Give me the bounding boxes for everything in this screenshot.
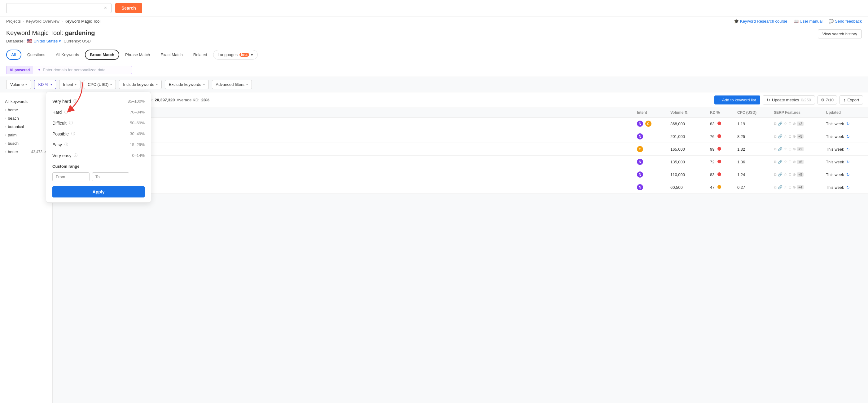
breadcrumb-projects[interactable]: Projects: [6, 19, 21, 24]
table-row: ⊕ callaway gardens » N 60,500 47 0.27 ⧉ …: [53, 181, 868, 194]
sidebar-item-all[interactable]: All keywords: [0, 97, 52, 106]
cpc-filter[interactable]: CPC (USD) ▾: [84, 80, 116, 89]
update-metrics-button[interactable]: ↻ Update metrics 0/250: [763, 95, 815, 105]
intent-cell: N C: [637, 121, 668, 127]
intent-badge-n: N: [637, 184, 643, 190]
refresh-icon[interactable]: ↻: [846, 160, 850, 164]
languages-dropdown[interactable]: Languages beta ▾: [213, 50, 258, 59]
tab-questions[interactable]: Questions: [23, 50, 50, 59]
view-history-button[interactable]: View search history: [818, 29, 862, 38]
kd-option-easy[interactable]: Easy ⓘ 15–29%: [46, 139, 151, 150]
updated-cell: This week ↻: [826, 121, 863, 126]
refresh-icon[interactable]: ↻: [846, 121, 850, 126]
updated-cell: This week ↻: [826, 134, 863, 139]
serp-icon-3: ☆: [784, 147, 787, 151]
exclude-keywords-filter[interactable]: Exclude keywords ▾: [165, 80, 209, 89]
kd-option-possible[interactable]: Possible ⓘ 30–49%: [46, 128, 151, 139]
refresh-icon[interactable]: ↻: [846, 185, 850, 190]
serp-icon-3: ☆: [784, 121, 787, 126]
kd-indicator: [717, 134, 721, 138]
volume-cell: 368,000: [670, 121, 708, 126]
tab-broad-match[interactable]: Broad Match: [85, 50, 119, 60]
advanced-filters[interactable]: Advanced filters ▾: [212, 80, 252, 89]
kd-indicator: [717, 172, 721, 176]
serp-icon-3: ☆: [784, 134, 787, 139]
intent-badge-c: C: [645, 121, 651, 127]
refresh-icon: ↻: [767, 98, 770, 102]
chevron-down-icon: ▾: [25, 83, 27, 86]
kd-apply-button[interactable]: Apply: [52, 186, 145, 198]
serp-icon-4: ⊡: [788, 121, 792, 126]
kd-indicator: [717, 185, 721, 189]
volume-filter[interactable]: Volume ▾: [6, 80, 31, 89]
include-keywords-filter[interactable]: Include keywords ▾: [119, 80, 161, 89]
kd-to-input[interactable]: [92, 172, 129, 181]
breadcrumb-keyword-overview[interactable]: Keyword Overview: [26, 19, 59, 24]
sidebar-item-busch[interactable]: › busch: [0, 139, 52, 148]
info-icon: ⓘ: [64, 109, 68, 115]
col-volume[interactable]: Volume ⇅: [670, 110, 708, 115]
keyword-cell: ⊕ botanical gardens »: [70, 147, 634, 152]
serp-icon-4: ⊡: [788, 134, 792, 139]
serp-icon-2: 🔗: [778, 134, 782, 139]
col-kd: KD %: [710, 110, 735, 115]
serp-icon-2: 🔗: [778, 172, 782, 177]
kd-option-very-easy[interactable]: Very easy ⓘ 0–14%: [46, 150, 151, 161]
stats-actions: + Add to keyword list ↻ Update metrics 0…: [714, 95, 863, 105]
tab-related[interactable]: Related: [189, 50, 212, 59]
intent-filter[interactable]: Intent ▾: [59, 80, 81, 89]
kd-cell: 47: [710, 185, 735, 190]
clear-icon[interactable]: ×: [104, 5, 107, 11]
kd-filter[interactable]: KD % ▾: [34, 80, 56, 89]
refresh-icon[interactable]: ↻: [846, 172, 850, 177]
top-links: 🎓 Keyword Research course 📖 User manual …: [734, 19, 862, 24]
serp-icon-5: ⊕: [793, 172, 796, 177]
kd-option-hard[interactable]: Hard ⓘ 70–84%: [46, 107, 151, 117]
table-row: ⊕ longwood gardens » N 201,000 76 8.25 ⧉…: [53, 130, 868, 143]
ai-bar: AI-powered ✦ Enter domain for personaliz…: [0, 63, 868, 77]
sidebar-item-palm[interactable]: › palm: [0, 131, 52, 139]
search-button[interactable]: Search: [115, 3, 142, 13]
ai-domain-input[interactable]: ✦ Enter domain for personalized data: [33, 66, 132, 74]
serp-icon-1: ⧉: [774, 121, 777, 126]
keyword-research-course-link[interactable]: 🎓 Keyword Research course: [734, 19, 787, 24]
user-manual-link[interactable]: 📖 User manual: [794, 19, 823, 24]
serp-icon-2: 🔗: [778, 121, 782, 126]
intent-badge-n: N: [637, 121, 643, 127]
send-feedback-link[interactable]: 💬 Send feedback: [829, 19, 862, 24]
database-selector[interactable]: 🇺🇸 United States ▾: [27, 38, 61, 44]
kd-cell: 83: [710, 121, 735, 126]
custom-range-inputs: [46, 171, 151, 183]
search-input-wrapper: gardening ×: [6, 3, 112, 13]
sidebar-item-botanical[interactable]: › botanical: [0, 122, 52, 131]
kd-from-input[interactable]: [52, 172, 90, 181]
custom-range-header: Custom range: [46, 161, 151, 171]
export-icon: ↑: [843, 98, 846, 102]
breadcrumb: Projects › Keyword Overview › Keyword Ma…: [6, 19, 100, 24]
table-header: Keyword Intent Volume ⇅ KD % CPC (USD) S…: [53, 108, 868, 117]
kd-option-very-hard[interactable]: Very hard ⓘ 85–100%: [46, 96, 151, 107]
chevron-down-icon: ▾: [156, 83, 158, 86]
serp-icon-4: ⊡: [788, 147, 792, 151]
export-button[interactable]: ↑ Export: [839, 95, 863, 105]
refresh-icon[interactable]: ↻: [846, 134, 850, 139]
serp-icon-3: ☆: [784, 185, 787, 190]
kd-option-difficult[interactable]: Difficult ⓘ 50–69%: [46, 117, 151, 128]
tab-exact-match[interactable]: Exact Match: [156, 50, 187, 59]
sidebar-item-better[interactable]: › better 43,473 👁: [0, 148, 52, 156]
search-input[interactable]: gardening: [9, 6, 104, 10]
sidebar-item-beach[interactable]: › beach: [0, 114, 52, 122]
add-to-keyword-list-button[interactable]: + Add to keyword list: [714, 95, 760, 105]
tab-all[interactable]: All: [6, 50, 21, 60]
sidebar-item-home[interactable]: › home: [0, 106, 52, 114]
refresh-icon[interactable]: ↻: [846, 147, 850, 152]
chevron-down-icon: ▾: [51, 83, 52, 86]
info-icon: ⓘ: [73, 98, 77, 104]
tab-all-keywords[interactable]: All Keywords: [51, 50, 84, 59]
chevron-right-icon: ›: [5, 125, 6, 128]
volume-cell: 201,000: [670, 134, 708, 139]
settings-button[interactable]: ⚙ 7/10: [817, 95, 837, 105]
info-icon: ⓘ: [71, 131, 75, 136]
tab-phrase-match[interactable]: Phrase Match: [121, 50, 155, 59]
serp-cell: ⧉ 🔗 ☆ ⊡ ⊕ +5: [774, 134, 824, 139]
